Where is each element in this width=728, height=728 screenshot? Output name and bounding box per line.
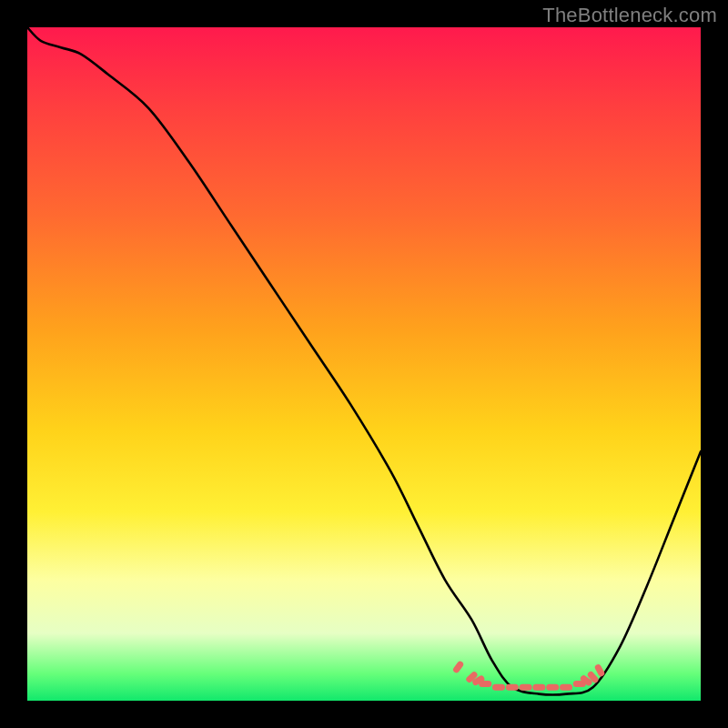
marker-dot	[506, 684, 519, 691]
chart-frame: TheBottleneck.com	[0, 0, 728, 728]
marker-band	[452, 660, 606, 690]
watermark-label: TheBottleneck.com	[542, 4, 717, 27]
marker-dot	[452, 660, 465, 673]
curve-layer	[27, 27, 701, 701]
plot-area	[27, 27, 701, 701]
marker-dot	[546, 684, 559, 691]
marker-dot	[560, 684, 572, 691]
bottleneck-curve	[27, 27, 701, 695]
marker-dot	[479, 681, 491, 687]
marker-dot	[492, 684, 505, 691]
marker-dot	[520, 684, 532, 691]
marker-dot	[532, 684, 545, 691]
